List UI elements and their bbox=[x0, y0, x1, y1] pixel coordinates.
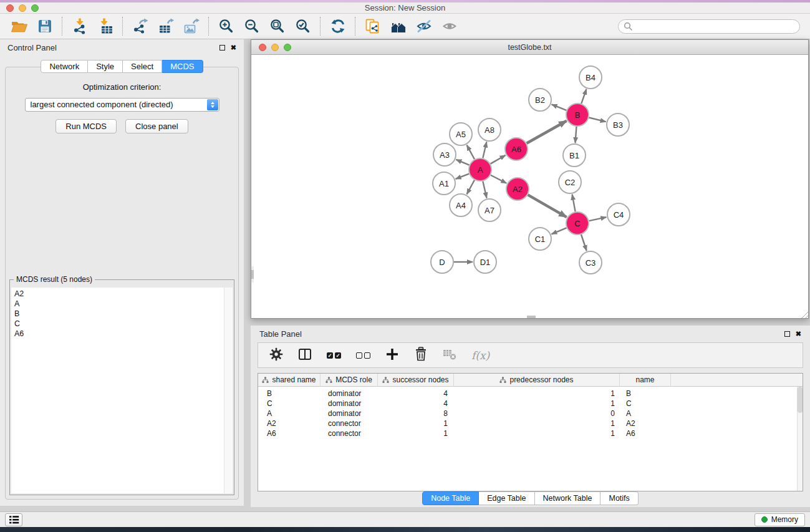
table-cell[interactable]: 1 bbox=[454, 389, 620, 399]
close-panel-icon[interactable]: ✖ bbox=[231, 44, 236, 51]
table-row[interactable]: Cdominator41C bbox=[258, 399, 803, 409]
table-cell[interactable]: 0 bbox=[454, 409, 620, 418]
graph-edge-A-A8[interactable] bbox=[483, 142, 486, 158]
float-panel-icon[interactable] bbox=[219, 45, 225, 51]
delete-table-button[interactable] bbox=[443, 348, 456, 363]
tab-style[interactable]: Style bbox=[88, 60, 123, 73]
column-header-predecessor-nodes[interactable]: predecessor nodes bbox=[454, 374, 620, 387]
graph-edge-C-C4[interactable] bbox=[589, 217, 607, 221]
graph-edge-A-A7[interactable] bbox=[483, 181, 486, 198]
optimization-criterion-dropdown[interactable]: largest connected component (directed) bbox=[25, 98, 219, 112]
graph-node-C[interactable]: C bbox=[566, 212, 589, 235]
mcds-result-scrollbar[interactable] bbox=[224, 288, 233, 493]
graph-edge-C-C2[interactable] bbox=[572, 195, 576, 212]
table-cell[interactable]: A6 bbox=[258, 428, 321, 438]
new-network-from-selection-button[interactable] bbox=[360, 16, 385, 36]
graph-edge-A6-B[interactable] bbox=[527, 121, 567, 143]
import-network-button[interactable] bbox=[67, 16, 92, 36]
graph-node-A5[interactable]: A5 bbox=[450, 123, 472, 145]
graph-node-A3[interactable]: A3 bbox=[433, 143, 456, 166]
table-cell[interactable]: dominator bbox=[321, 389, 378, 399]
table-cell[interactable]: A2 bbox=[620, 418, 671, 428]
zoom-in-button[interactable] bbox=[213, 16, 239, 36]
refresh-view-button[interactable] bbox=[325, 16, 350, 36]
graph-edge-B-B2[interactable] bbox=[552, 104, 567, 110]
table-cell[interactable]: 4 bbox=[378, 389, 454, 399]
table-cell[interactable]: A6 bbox=[620, 428, 671, 438]
deselect-all-button[interactable] bbox=[356, 352, 370, 359]
open-file-button[interactable] bbox=[6, 16, 32, 36]
network-canvas[interactable]: AA1A2A3A4A5A6A7A8BB1B2B3B4CC1C2C3C4DD1 bbox=[251, 56, 808, 318]
show-columns-button[interactable] bbox=[298, 347, 312, 364]
table-cell[interactable]: A bbox=[620, 409, 671, 418]
tab-motifs[interactable]: Motifs bbox=[600, 491, 638, 505]
function-builder-button[interactable]: f(x) bbox=[471, 349, 489, 362]
graph-edge-A-A2[interactable] bbox=[491, 175, 506, 183]
export-table-button[interactable] bbox=[153, 16, 178, 36]
vertical-scrollbar-thumb[interactable] bbox=[251, 270, 254, 279]
zoom-out-button[interactable] bbox=[239, 16, 264, 36]
graph-edge-A-A5[interactable] bbox=[467, 145, 475, 160]
graph-edge-A2-C[interactable] bbox=[528, 195, 567, 217]
select-all-button[interactable] bbox=[327, 352, 341, 359]
float-panel-icon[interactable] bbox=[784, 331, 790, 337]
table-cell[interactable]: C bbox=[258, 399, 321, 409]
graph-node-C3[interactable]: C3 bbox=[579, 251, 602, 274]
table-cell[interactable]: B bbox=[258, 389, 321, 399]
horizontal-scrollbar-thumb[interactable] bbox=[527, 316, 536, 318]
tab-network-table[interactable]: Network Table bbox=[535, 491, 601, 505]
mcds-result-item[interactable]: A6 bbox=[11, 329, 233, 339]
table-scrollbar-track[interactable] bbox=[797, 387, 803, 491]
table-cell[interactable]: connector bbox=[321, 418, 378, 428]
table-cell[interactable]: A2 bbox=[258, 418, 321, 428]
mcds-result-item[interactable]: B bbox=[11, 309, 233, 319]
table-scrollbar-thumb[interactable] bbox=[798, 387, 803, 413]
delete-column-button[interactable] bbox=[414, 347, 428, 364]
table-cell[interactable]: 8 bbox=[378, 409, 454, 418]
graph-edge-C-C1[interactable] bbox=[552, 228, 567, 234]
search-box[interactable] bbox=[618, 19, 800, 34]
table-cell[interactable]: 4 bbox=[378, 399, 454, 409]
column-header-name[interactable]: name bbox=[620, 374, 671, 387]
graph-node-A4[interactable]: A4 bbox=[450, 194, 472, 216]
tab-select[interactable]: Select bbox=[123, 60, 162, 73]
table-cell[interactable]: 1 bbox=[454, 399, 620, 409]
run-mcds-button[interactable]: Run MCDS bbox=[55, 119, 117, 133]
task-history-button[interactable] bbox=[5, 513, 22, 526]
graph-node-C4[interactable]: C4 bbox=[607, 203, 630, 226]
table-cell[interactable]: 1 bbox=[454, 418, 620, 428]
graph-node-B2[interactable]: B2 bbox=[529, 89, 551, 111]
graph-edge-B-B4[interactable] bbox=[581, 89, 586, 104]
graph-node-C2[interactable]: C2 bbox=[559, 171, 581, 193]
table-cell[interactable]: B bbox=[620, 389, 671, 399]
table-cell[interactable]: connector bbox=[321, 428, 378, 438]
memory-button[interactable]: Memory bbox=[755, 513, 805, 526]
search-input[interactable] bbox=[632, 22, 794, 31]
column-header-successor-nodes[interactable]: successor nodes bbox=[378, 374, 454, 387]
table-cell[interactable]: 1 bbox=[454, 428, 620, 438]
graph-node-D[interactable]: D bbox=[431, 251, 453, 273]
graph-node-A8[interactable]: A8 bbox=[478, 118, 501, 141]
graph-node-D1[interactable]: D1 bbox=[474, 251, 496, 273]
column-header-MCDS-role[interactable]: MCDS role bbox=[321, 374, 378, 387]
tab-node-table[interactable]: Node Table bbox=[422, 491, 479, 505]
tab-edge-table[interactable]: Edge Table bbox=[479, 491, 534, 505]
table-mode-button[interactable] bbox=[269, 347, 283, 364]
table-row[interactable]: A2connector11A2 bbox=[258, 418, 803, 428]
graph-node-A6[interactable]: A6 bbox=[505, 138, 528, 160]
table-cell[interactable]: dominator bbox=[321, 399, 378, 409]
hide-selected-button[interactable] bbox=[411, 16, 436, 36]
graph-node-C1[interactable]: C1 bbox=[529, 228, 551, 250]
graph-node-A[interactable]: A bbox=[469, 158, 491, 181]
graph-node-A1[interactable]: A1 bbox=[433, 172, 455, 195]
column-header-shared-name[interactable]: shared name bbox=[258, 374, 321, 387]
table-cell[interactable]: 1 bbox=[378, 428, 454, 438]
graph-node-B4[interactable]: B4 bbox=[579, 66, 602, 89]
tab-mcds[interactable]: MCDS bbox=[162, 60, 203, 73]
graph-edge-B-B1[interactable] bbox=[576, 127, 577, 143]
zoom-fit-button[interactable] bbox=[264, 16, 290, 36]
table-cell[interactable]: dominator bbox=[321, 409, 378, 418]
table-cell[interactable]: A bbox=[258, 409, 321, 418]
mcds-result-item[interactable]: A bbox=[11, 299, 233, 309]
graph-node-B3[interactable]: B3 bbox=[607, 114, 629, 136]
